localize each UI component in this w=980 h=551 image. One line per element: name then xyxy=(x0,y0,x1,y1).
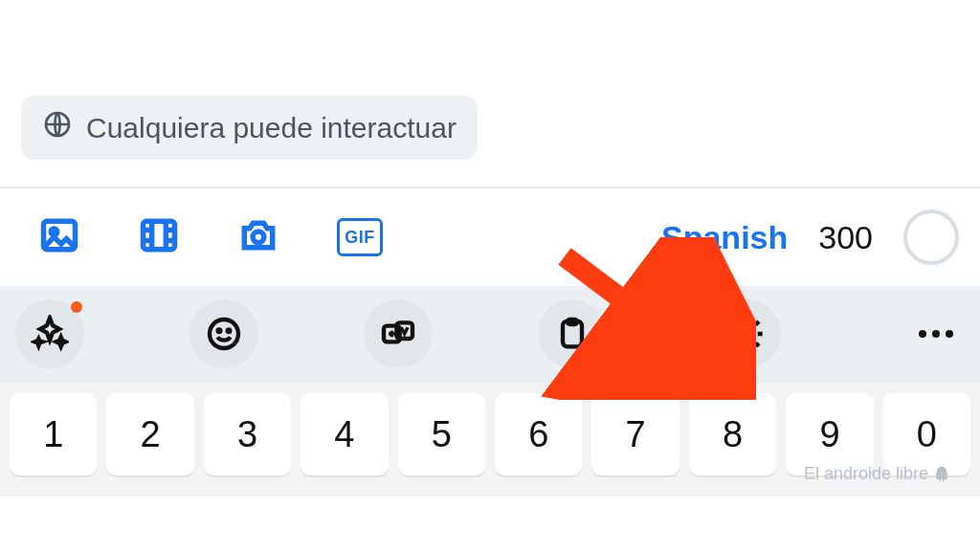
svg-point-12 xyxy=(218,329,221,332)
translate-icon xyxy=(379,315,417,353)
more-button[interactable] xyxy=(919,330,953,338)
svg-point-11 xyxy=(210,320,238,348)
key-1[interactable]: 1 xyxy=(10,393,97,475)
key-8[interactable]: 8 xyxy=(689,393,776,475)
emoji-button[interactable] xyxy=(189,299,258,368)
translate-button[interactable] xyxy=(364,299,433,368)
suggestion-buttons xyxy=(15,299,781,368)
sparkle-icon xyxy=(31,315,69,353)
key-6[interactable]: 6 xyxy=(495,393,582,475)
key-3[interactable]: 3 xyxy=(204,393,291,475)
language-button[interactable]: Spanish xyxy=(661,219,788,256)
new-badge xyxy=(71,301,82,313)
clipboard-button[interactable] xyxy=(538,299,607,368)
char-progress-ring xyxy=(903,209,959,265)
svg-rect-3 xyxy=(144,221,175,249)
svg-rect-17 xyxy=(568,320,577,324)
key-5[interactable]: 5 xyxy=(398,393,485,475)
settings-button[interactable] xyxy=(712,299,781,368)
svg-point-13 xyxy=(228,329,231,332)
compose-status-group: Spanish 300 xyxy=(661,209,959,265)
audience-chip[interactable]: Cualquiera puede interactuar xyxy=(21,96,478,160)
audience-row: Cualquiera puede interactuar xyxy=(0,96,980,187)
image-icon[interactable] xyxy=(38,214,80,260)
svg-point-10 xyxy=(253,231,264,243)
globe-icon xyxy=(42,109,73,146)
emoji-icon xyxy=(205,315,243,353)
key-7[interactable]: 7 xyxy=(591,393,679,475)
sparkle-button[interactable] xyxy=(15,299,84,368)
clipboard-icon xyxy=(553,315,591,353)
key-2[interactable]: 2 xyxy=(106,393,193,475)
gear-icon xyxy=(727,315,766,353)
char-count: 300 xyxy=(818,219,873,256)
camera-icon[interactable] xyxy=(237,214,279,260)
top-spacer xyxy=(0,0,980,96)
svg-point-18 xyxy=(742,329,751,339)
key-4[interactable]: 4 xyxy=(301,393,388,475)
gif-button[interactable]: GIF xyxy=(337,218,383,256)
audience-label: Cualquiera puede interactuar xyxy=(86,112,457,144)
keyboard-suggestion-bar xyxy=(0,286,980,382)
video-icon[interactable] xyxy=(138,214,180,260)
compose-media-group: GIF xyxy=(38,214,383,260)
watermark: El androide libre xyxy=(804,464,951,484)
compose-toolbar: GIF Spanish 300 xyxy=(0,188,980,286)
